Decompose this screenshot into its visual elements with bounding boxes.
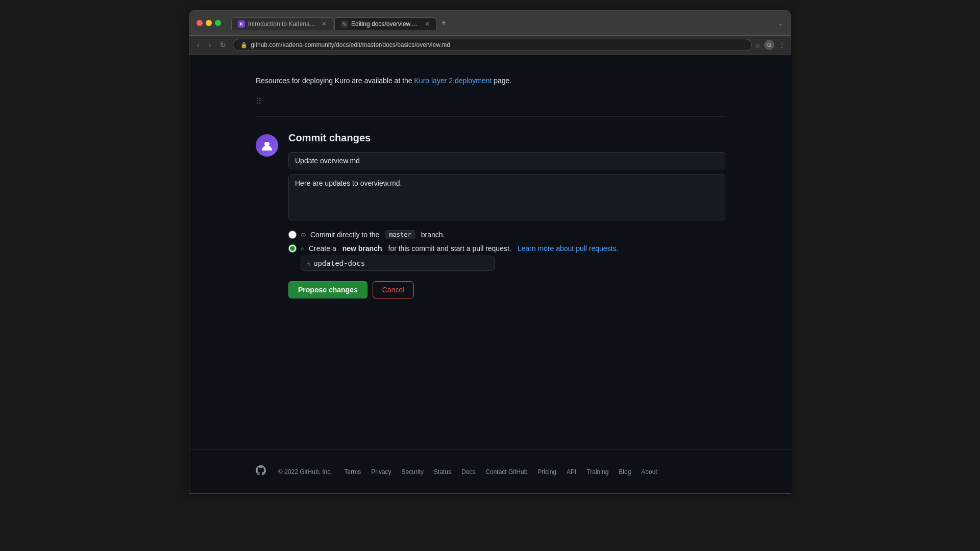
tab-kadena[interactable]: K Introduction to Kadena | Kade... ✕ [231, 17, 333, 30]
new-tab-button[interactable]: + [437, 16, 450, 30]
top-text-after-link: page. [494, 77, 511, 85]
radio-direct-label: Commit directly to the [310, 231, 379, 239]
user-avatar [256, 134, 278, 157]
tab-favicon-kadena: K [238, 20, 245, 28]
tab-label-editing: Editing docs/overview.md at m... [351, 20, 420, 28]
profile-icon[interactable]: G [764, 40, 774, 50]
branch-input-row: ⑃ [301, 256, 495, 271]
commit-description-textarea[interactable]: Here are updates to overview.md. [288, 174, 725, 220]
footer-copyright: © 2022 GitHub, Inc. [278, 468, 332, 475]
close-button[interactable] [197, 20, 203, 26]
radio-direct-input[interactable] [288, 231, 297, 239]
kuro-link[interactable]: Kuro layer 2 deployment [414, 77, 492, 85]
footer-link-privacy[interactable]: Privacy [371, 468, 391, 475]
url-text: github.com/kadena-community/docs/edit/ma… [251, 41, 450, 48]
radio-new-container: ⑃ Create a new branch for this commit an… [288, 244, 725, 271]
lock-icon: 🔒 [240, 42, 248, 48]
commit-direct-icon: ⊙ [301, 231, 306, 239]
traffic-lights [197, 20, 221, 26]
footer-link-status[interactable]: Status [434, 468, 451, 475]
tab-editing[interactable]: ✎ Editing docs/overview.md at m... ✕ [334, 17, 436, 30]
footer-link-api[interactable]: API [567, 468, 576, 475]
browser-window: K Introduction to Kadena | Kade... ✕ ✎ E… [189, 10, 791, 494]
tab-favicon-editing: ✎ [341, 20, 348, 28]
branch-name-input[interactable] [313, 259, 489, 267]
radio-direct-suffix: branch. [421, 231, 445, 239]
section-divider [256, 116, 725, 117]
tab-label-kadena: Introduction to Kadena | Kade... [248, 20, 316, 28]
radio-new-before: Create a [309, 244, 336, 253]
svg-rect-1 [264, 139, 270, 142]
tabs-bar: K Introduction to Kadena | Kade... ✕ ✎ E… [231, 16, 772, 30]
user-avatar-nav: G [764, 40, 774, 50]
learn-more-link[interactable]: Learn more about pull requests. [518, 244, 619, 253]
footer-link-contact[interactable]: Contact GitHub [485, 468, 527, 475]
footer-links: Terms Privacy Security Status Docs Conta… [345, 468, 657, 475]
reload-button[interactable]: ↻ [217, 39, 229, 51]
drag-handle: ⠿ [256, 96, 725, 106]
radio-direct-option: ⊙ Commit directly to the master branch. [288, 230, 725, 239]
commit-section-title: Commit changes [288, 132, 725, 144]
commit-section: Commit changes Here are updates to overv… [256, 127, 725, 298]
address-bar[interactable]: 🔒 github.com/kadena-community/docs/edit/… [233, 39, 752, 51]
commit-radio-group: ⊙ Commit directly to the master branch. … [288, 230, 725, 271]
minimize-button[interactable] [206, 20, 212, 26]
menu-icon[interactable]: ⋮ [778, 41, 786, 49]
content-area: Resources for deploying Kuro are availab… [189, 55, 792, 298]
radio-new-input[interactable] [288, 244, 297, 253]
window-controls[interactable]: ⌄ [777, 19, 783, 27]
maximize-button[interactable] [215, 20, 221, 26]
footer-link-terms[interactable]: Terms [345, 468, 361, 475]
footer-link-docs[interactable]: Docs [461, 468, 475, 475]
footer-link-about[interactable]: About [641, 468, 657, 475]
cancel-button[interactable]: Cancel [373, 281, 414, 298]
propose-changes-button[interactable]: Propose changes [288, 281, 368, 298]
footer-link-pricing[interactable]: Pricing [537, 468, 556, 475]
nav-bar: ‹ › ↻ 🔒 github.com/kadena-community/docs… [189, 36, 791, 55]
radio-new-bold: new branch [342, 244, 382, 253]
footer-link-training[interactable]: Training [586, 468, 608, 475]
commit-title-input[interactable] [288, 152, 725, 169]
top-text-section: Resources for deploying Kuro are availab… [256, 65, 725, 91]
footer-link-security[interactable]: Security [402, 468, 424, 475]
search-icon[interactable]: ⌕ [756, 41, 760, 49]
back-button[interactable]: ‹ [194, 39, 202, 51]
footer-link-blog[interactable]: Blog [619, 468, 631, 475]
tab-close-kadena[interactable]: ✕ [322, 20, 327, 28]
github-logo-footer [256, 465, 266, 478]
master-branch-badge: master [385, 230, 414, 239]
forward-button[interactable]: › [206, 39, 214, 51]
commit-form: Commit changes Here are updates to overv… [288, 132, 725, 298]
radio-new-option: ⑃ Create a new branch for this commit an… [288, 244, 725, 253]
branch-icon: ⑃ [301, 245, 305, 253]
tab-close-editing[interactable]: ✕ [425, 20, 430, 28]
branch-input-icon: ⑃ [306, 260, 310, 267]
branch-input-wrapper: ⑃ [301, 256, 725, 271]
top-text-before-link: Resources for deploying Kuro are availab… [256, 77, 412, 85]
page-footer: © 2022 GitHub, Inc. Terms Privacy Securi… [189, 449, 792, 493]
radio-new-middle: for this commit and start a pull request… [388, 244, 511, 253]
nav-extras: ⌕ G ⋮ [756, 40, 786, 50]
page-content: Resources for deploying Kuro are availab… [189, 55, 792, 493]
browser-titlebar: K Introduction to Kadena | Kade... ✕ ✎ E… [189, 11, 791, 36]
action-buttons: Propose changes Cancel [288, 281, 725, 298]
